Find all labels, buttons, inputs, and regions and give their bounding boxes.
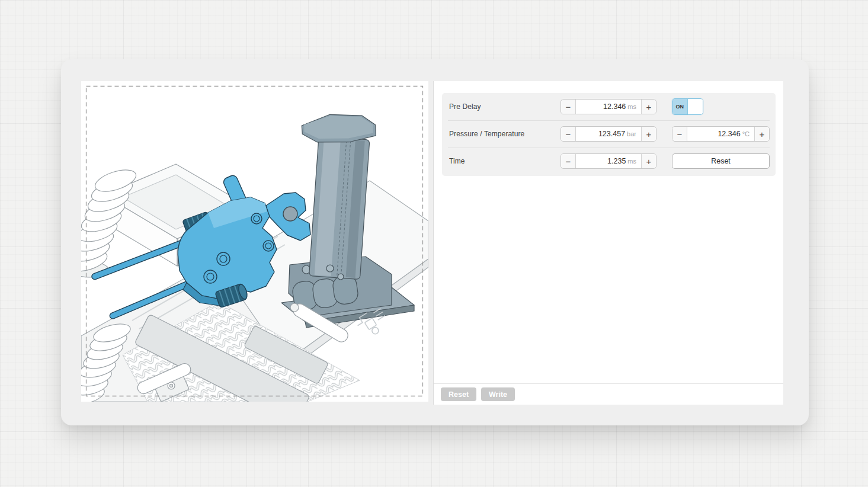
stepper-value: 1.235 bbox=[607, 157, 626, 165]
param-label: Time bbox=[449, 148, 465, 175]
stepper-unit: °C bbox=[742, 130, 750, 137]
stepper-value: 12.346 bbox=[718, 130, 740, 138]
param-label: Pressure / Temperature bbox=[449, 120, 524, 148]
temperature-stepper: − 12.346 °C + bbox=[672, 126, 770, 142]
write-button[interactable]: Write bbox=[481, 387, 515, 401]
stepper-value: 12.346 bbox=[603, 102, 626, 111]
toggle-on-label: ON bbox=[672, 99, 688, 114]
pressure-stepper: − 123.457 bar + bbox=[560, 126, 656, 142]
increment-button[interactable]: + bbox=[641, 100, 656, 114]
temperature-input[interactable]: 12.346 °C bbox=[687, 127, 754, 141]
param-row-pre-delay: Pre Delay − 12.346 ms + ON bbox=[442, 93, 776, 120]
pre-delay-input[interactable]: 12.346 ms bbox=[576, 100, 641, 114]
decrement-button[interactable]: − bbox=[672, 127, 687, 141]
param-row-pressure-temperature: Pressure / Temperature − 123.457 bar + −… bbox=[442, 120, 776, 148]
stepper-unit: ms bbox=[627, 103, 636, 110]
stepper-unit: ms bbox=[627, 158, 636, 165]
toggle-knob bbox=[688, 99, 703, 114]
decrement-button[interactable]: − bbox=[561, 154, 576, 168]
stepper-value: 123.457 bbox=[598, 130, 625, 138]
decrement-button[interactable]: − bbox=[561, 100, 576, 114]
time-input[interactable]: 1.235 ms bbox=[576, 154, 641, 168]
time-stepper: − 1.235 ms + bbox=[560, 153, 656, 169]
stepper-unit: bar bbox=[627, 130, 636, 137]
desktop-background: { "controls_panel": { "rows": [ { "label… bbox=[0, 0, 868, 487]
pressure-input[interactable]: 123.457 bar bbox=[576, 127, 641, 141]
footer-bar: Reset Write bbox=[434, 383, 783, 405]
increment-button[interactable]: + bbox=[641, 154, 656, 168]
decrement-button[interactable]: − bbox=[561, 127, 576, 141]
app-window: Pre Delay − 12.346 ms + ON Pressure / Te… bbox=[61, 59, 809, 425]
machine-illustration bbox=[81, 81, 428, 402]
increment-button[interactable]: + bbox=[641, 127, 656, 141]
pre-delay-toggle[interactable]: ON bbox=[672, 98, 703, 115]
time-reset-button[interactable]: Reset bbox=[672, 153, 770, 169]
parameter-card: Pre Delay − 12.346 ms + ON Pressure / Te… bbox=[442, 93, 776, 176]
increment-button[interactable]: + bbox=[754, 127, 769, 141]
param-row-time: Time − 1.235 ms + Reset bbox=[442, 148, 776, 175]
machine-3d-viewport[interactable] bbox=[81, 81, 428, 402]
pre-delay-stepper: − 12.346 ms + bbox=[560, 99, 656, 114]
reset-button[interactable]: Reset bbox=[441, 387, 476, 401]
controls-panel: Pre Delay − 12.346 ms + ON Pressure / Te… bbox=[433, 81, 783, 405]
param-label: Pre Delay bbox=[449, 93, 481, 120]
